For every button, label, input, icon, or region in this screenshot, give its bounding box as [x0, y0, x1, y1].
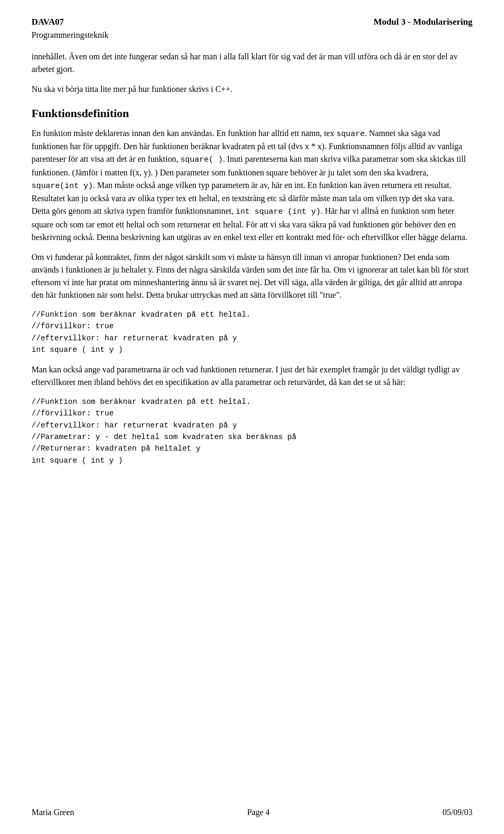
intro-paragraph: innehållet. Även om det inte fungerar se… [32, 50, 472, 76]
paragraph-after-code1: Man kan också ange vad parametrarna är o… [32, 363, 472, 389]
course-name: Programmeringsteknik [32, 29, 109, 41]
footer-page: Page 4 [247, 806, 270, 818]
code-square-int-y: square(int y) [32, 182, 93, 191]
footer-date: 05/09/03 [443, 806, 472, 818]
code-int-square: int square (int y) [236, 207, 321, 216]
section-title-funktionsdefinition: Funktionsdefinition [32, 105, 472, 122]
paragraph-contract: Om vi funderar på kontraktet, finns det … [32, 251, 472, 301]
code-square-paren: square( ) [180, 155, 223, 164]
code-block-1: //Funktion som beräknar kvadraten på ett… [32, 309, 472, 356]
footer-author: Maria Green [32, 806, 74, 818]
header-left: DAVA07 Programmeringsteknik [32, 16, 109, 41]
code-square-1: square [337, 130, 365, 139]
page: DAVA07 Programmeringsteknik Modul 3 - Mo… [0, 0, 504, 834]
module-title: Modul 3 - Modularisering [374, 16, 472, 29]
page-footer: Maria Green Page 4 05/09/03 [32, 806, 472, 818]
paragraph-functions-intro: Nu ska vi börja titta lite mer på hur fu… [32, 83, 472, 96]
paragraph-main: En funktion måste deklareras innan den k… [32, 127, 472, 244]
code-block-2: //Funktion som beräknar kvadraten på ett… [32, 396, 472, 467]
course-code: DAVA07 [32, 16, 109, 29]
page-header: DAVA07 Programmeringsteknik Modul 3 - Mo… [32, 16, 472, 41]
